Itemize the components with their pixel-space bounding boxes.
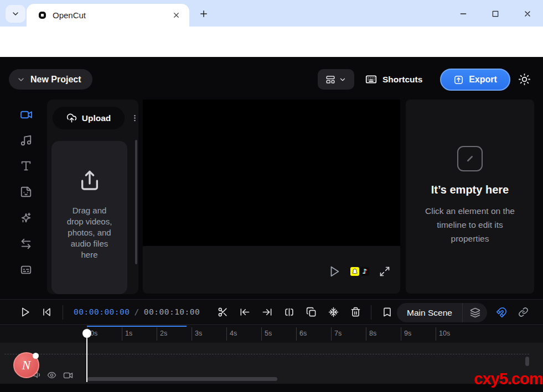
scene-selector-button[interactable]: Main Scene <box>397 303 487 322</box>
timeline-tracks[interactable]: N <box>0 343 543 384</box>
opencut-editor-window: OpenCut localhost:3000/editor/1175eef3-4… <box>0 0 543 392</box>
sidebar-item-transitions[interactable] <box>20 238 33 251</box>
skip-back-icon[interactable] <box>42 307 53 318</box>
music-icon <box>20 134 33 147</box>
media-panel: Upload Drag and drop videos, photos, and… <box>47 100 138 294</box>
toolbar-divider <box>371 305 371 320</box>
keyboard-icon <box>365 74 377 85</box>
timeline-toolbar: 00:00:00:00 / 00:00:10:00 Main Scene <box>0 299 543 325</box>
browser-tab-strip: OpenCut <box>0 0 543 27</box>
project-menu-button[interactable]: New Project <box>9 69 92 90</box>
link-icon[interactable] <box>518 307 529 318</box>
captions-icon <box>20 264 33 276</box>
new-tab-button[interactable] <box>196 7 211 21</box>
scene-name: Main Scene <box>397 308 462 318</box>
upload-label: Upload <box>82 113 111 123</box>
media-panel-scrollbar[interactable] <box>135 140 137 264</box>
sidebar-item-text[interactable] <box>20 160 33 173</box>
cloud-upload-icon <box>66 113 77 123</box>
media-dropzone[interactable]: Drag and drop videos, photos, and audio … <box>51 141 127 294</box>
timeline-horizontal-scrollbar[interactable] <box>87 377 277 381</box>
chevron-down-icon <box>11 9 20 18</box>
play-icon[interactable] <box>328 265 340 278</box>
time-separator: / <box>135 307 139 316</box>
scissors-icon[interactable] <box>218 307 229 318</box>
dropzone-text: Drag and drop videos, photos, and audio … <box>64 205 115 260</box>
timecode: 00:00:00:00 / 00:00:10:00 <box>74 307 200 316</box>
empty-state-subtitle: Click an element on the timeline to edit… <box>420 204 520 245</box>
video-icon <box>20 108 33 121</box>
export-label: Export <box>469 75 497 85</box>
split-icon[interactable] <box>284 307 295 318</box>
layout-switcher-button[interactable] <box>318 69 354 90</box>
tiktok-badge-icon[interactable]: ♪ <box>360 267 369 276</box>
export-button[interactable]: Export <box>440 69 510 91</box>
current-time: 00:00:00:00 <box>74 307 130 316</box>
effects-sparkles-icon <box>20 212 33 224</box>
drop-track-indicator <box>4 354 529 354</box>
timeline-ruler[interactable]: 0s1s2s3s4s5s6s7s8s9s10s <box>0 326 543 343</box>
window-minimize-button[interactable] <box>455 7 472 21</box>
more-vertical-icon[interactable] <box>130 109 139 127</box>
sun-icon <box>518 73 531 86</box>
avatar-initial: N <box>22 358 30 373</box>
sidebar-item-captions[interactable] <box>20 264 33 277</box>
upload-button[interactable]: Upload <box>53 107 125 129</box>
window-maximize-button[interactable] <box>487 7 504 21</box>
sidebar-item-stickers[interactable] <box>20 186 33 199</box>
preview-canvas <box>143 100 400 246</box>
timeline-play-icon[interactable] <box>20 307 31 318</box>
slash-square-icon <box>457 146 483 171</box>
total-time: 00:00:10:00 <box>144 307 200 316</box>
preview-controls: ♪ <box>328 265 390 278</box>
sidebar-item-audio[interactable] <box>20 134 33 148</box>
bookmark-icon[interactable] <box>382 307 393 318</box>
layers-icon[interactable] <box>463 307 487 318</box>
bottom-strip <box>0 384 543 392</box>
project-name: New Project <box>30 75 81 85</box>
snapchat-badge-icon[interactable] <box>350 267 359 276</box>
opencut-favicon-icon <box>39 12 46 19</box>
delete-icon[interactable] <box>350 307 361 318</box>
transitions-arrows-icon <box>20 238 33 250</box>
sticker-icon <box>20 186 33 198</box>
trim-end-icon[interactable] <box>262 307 273 318</box>
theme-toggle-button[interactable] <box>518 73 531 86</box>
browser-tab[interactable]: OpenCut <box>27 4 189 27</box>
editor-header: New Project Shortcuts Export <box>0 57 543 100</box>
chevron-down-icon <box>17 75 25 84</box>
eye-icon[interactable] <box>47 370 56 380</box>
sidebar-item-effects[interactable] <box>20 212 33 225</box>
magnet-snap-icon[interactable] <box>496 307 507 318</box>
share-upload-icon <box>79 170 101 192</box>
sidebar-item-media[interactable] <box>20 108 33 122</box>
browser-toolbar: localhost:3000/editor/1175eef3-4bcf-41b4… <box>0 27 543 57</box>
toolbar-divider <box>63 305 63 320</box>
tab-search-button[interactable] <box>6 5 25 23</box>
platform-badges[interactable]: ♪ <box>350 267 369 276</box>
duplicate-icon[interactable] <box>306 307 317 318</box>
layout-grid-icon <box>325 75 335 85</box>
status-dot <box>33 353 39 359</box>
export-upload-icon <box>453 75 464 85</box>
shortcuts-label: Shortcuts <box>382 75 422 85</box>
tab-title: OpenCut <box>53 11 172 20</box>
shortcuts-button[interactable]: Shortcuts <box>365 69 422 90</box>
timeline-vertical-scrollbar[interactable] <box>525 357 529 366</box>
ruler-highlight-bar <box>87 326 187 327</box>
watermark: cxy5.com <box>474 370 542 388</box>
empty-state-title: It’s empty here <box>406 184 534 196</box>
chevron-down-icon <box>339 76 347 83</box>
window-close-button[interactable] <box>519 7 536 21</box>
trim-start-icon[interactable] <box>240 307 251 318</box>
properties-panel: It’s empty here Click an element on the … <box>406 100 534 294</box>
tab-close-icon[interactable] <box>172 11 180 19</box>
camera-icon[interactable] <box>63 370 73 380</box>
freeze-icon[interactable] <box>328 307 339 318</box>
playhead-handle[interactable] <box>82 329 91 338</box>
fullscreen-icon[interactable] <box>379 266 390 277</box>
text-icon <box>20 160 33 172</box>
preview-panel: ♪ <box>143 100 400 294</box>
